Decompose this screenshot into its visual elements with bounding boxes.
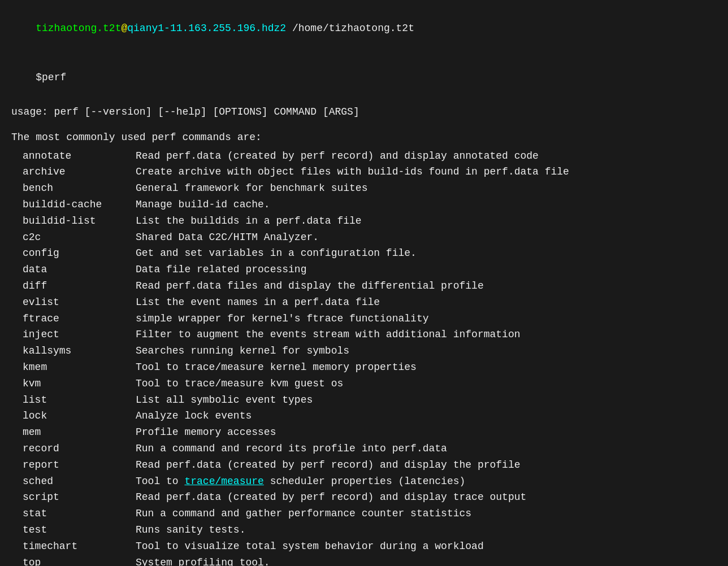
command-description: Data file related processing: [136, 262, 306, 278]
command-name: kallsyms: [11, 343, 136, 359]
list-item: annotateRead perf.data (created by perf …: [11, 148, 717, 164]
prompt-line: tizhаotong.t2t@qiany1-11.163.255.196.hdz…: [11, 6, 717, 51]
list-item: archiveCreate archive with object files …: [11, 164, 717, 180]
command-name: list: [11, 392, 136, 408]
command-name: diff: [11, 278, 136, 294]
command-description: Run a command and record its profile int…: [136, 441, 447, 457]
command-name: data: [11, 262, 136, 278]
command-name: archive: [11, 164, 136, 180]
commands-list: annotateRead perf.data (created by perf …: [11, 148, 717, 566]
command-name: config: [11, 245, 136, 262]
command-name: kvm: [11, 376, 136, 392]
list-item: ftracesimple wrapper for kernel's ftrace…: [11, 311, 717, 327]
command-name: buildid-list: [11, 213, 136, 229]
command-name: kmem: [11, 359, 136, 376]
list-item: memProfile memory accesses: [11, 424, 717, 441]
list-item: lockAnalyze lock events: [11, 408, 717, 424]
command-name: stat: [11, 506, 136, 522]
command-name: buildid-cache: [11, 197, 136, 213]
command-description: Read perf.data (created by perf record) …: [136, 457, 521, 473]
list-item: benchGeneral framework for benchmark sui…: [11, 180, 717, 197]
command-name: c2c: [11, 229, 136, 246]
list-item: scriptRead perf.data (created by perf re…: [11, 489, 717, 506]
path: /home/tizhаotong.t2t: [292, 23, 414, 34]
command-name: script: [11, 489, 136, 506]
list-item: buildid-listList the buildids in a perf.…: [11, 213, 717, 229]
list-item: configGet and set variables in a configu…: [11, 245, 717, 262]
command-name: lock: [11, 408, 136, 424]
command-description: Get and set variables in a configuration…: [136, 245, 417, 262]
list-item: c2cShared Data C2C/HITM Analyzer.: [11, 229, 717, 246]
command-name: inject: [11, 326, 136, 343]
command-name: evlist: [11, 294, 136, 311]
section-header: The most commonly used perf commands are…: [11, 129, 717, 146]
command-line: $perf: [11, 55, 717, 101]
command-description: List all symbolic event types: [136, 392, 313, 408]
command-description: Analyze lock events: [136, 408, 252, 424]
command-description: Tool to visualize total system behavior …: [136, 538, 484, 555]
command-name: sched: [11, 473, 136, 490]
list-item: statRun a command and gather performance…: [11, 506, 717, 522]
command-description: Tool to trace/measure kernel memory prop…: [136, 359, 417, 376]
list-item: schedTool to trace/measure scheduler pro…: [11, 473, 717, 490]
list-item: reportRead perf.data (created by perf re…: [11, 457, 717, 473]
command-description: Run a command and gather performance cou…: [136, 506, 471, 522]
command-description: Read perf.data (created by perf record) …: [136, 489, 526, 506]
list-item: evlistList the event names in a perf.dat…: [11, 294, 717, 311]
command-name: annotate: [11, 148, 136, 164]
list-item: kmemTool to trace/measure kernel memory …: [11, 359, 717, 376]
dollar-sign: $: [36, 72, 42, 83]
list-item: timechartTool to visualize total system …: [11, 538, 717, 555]
command-description: Read perf.data (created by perf record) …: [136, 148, 539, 164]
command-description: System profiling tool.: [136, 555, 270, 566]
terminal-window: tizhаotong.t2t@qiany1-11.163.255.196.hdz…: [0, 0, 728, 566]
list-item: topSystem profiling tool.: [11, 555, 717, 566]
command-name: mem: [11, 424, 136, 441]
list-item: kallsymsSearches running kernel for symb…: [11, 343, 717, 359]
list-item: diffRead perf.data files and display the…: [11, 278, 717, 294]
command-description: Shared Data C2C/HITM Analyzer.: [136, 229, 319, 246]
command-name: top: [11, 555, 136, 566]
command-description: Searches running kernel for symbols: [136, 343, 349, 359]
command-description: Tool to trace/measure kvm guest os: [136, 376, 343, 392]
command-name: record: [11, 441, 136, 457]
list-item: listList all symbolic event types: [11, 392, 717, 408]
command-description: Profile memory accesses: [136, 424, 276, 441]
command-name: test: [11, 522, 136, 538]
command-description: Manage build-id cache.: [136, 197, 270, 213]
hostname: qiany1-11.163.255.196.hdz2: [127, 23, 286, 34]
perf-output: usage: perf [--version] [--help] [OPTION…: [11, 104, 717, 566]
trace-measure-link[interactable]: trace/measure: [184, 476, 263, 487]
command-name: bench: [11, 180, 136, 197]
list-item: buildid-cacheManage build-id cache.: [11, 197, 717, 213]
command-description: Runs sanity tests.: [136, 522, 245, 538]
list-item: recordRun a command and record its profi…: [11, 441, 717, 457]
command-description: simple wrapper for kernel's ftrace funct…: [136, 311, 428, 327]
list-item: injectFilter to augment the events strea…: [11, 326, 717, 343]
list-item: dataData file related processing: [11, 262, 717, 278]
command-description: List the buildids in a perf.data file: [136, 213, 362, 229]
command-description: Create archive with object files with bu…: [136, 164, 569, 180]
command-description: Tool to trace/measure scheduler properti…: [136, 473, 465, 490]
command-description: Filter to augment the events stream with…: [136, 326, 521, 343]
command-name: ftrace: [11, 311, 136, 327]
command-description: Read perf.data files and display the dif…: [136, 278, 484, 294]
list-item: testRuns sanity tests.: [11, 522, 717, 538]
at-sign: @: [121, 23, 127, 34]
command-name: timechart: [11, 538, 136, 555]
command-description: General framework for benchmark suites: [136, 180, 367, 197]
username: tizhаotong.t2t: [36, 23, 121, 34]
entered-command: perf: [42, 72, 66, 83]
command-name: report: [11, 457, 136, 473]
list-item: kvmTool to trace/measure kvm guest os: [11, 376, 717, 392]
command-description: List the event names in a perf.data file: [136, 294, 380, 311]
usage-line: usage: perf [--version] [--help] [OPTION…: [11, 104, 717, 120]
